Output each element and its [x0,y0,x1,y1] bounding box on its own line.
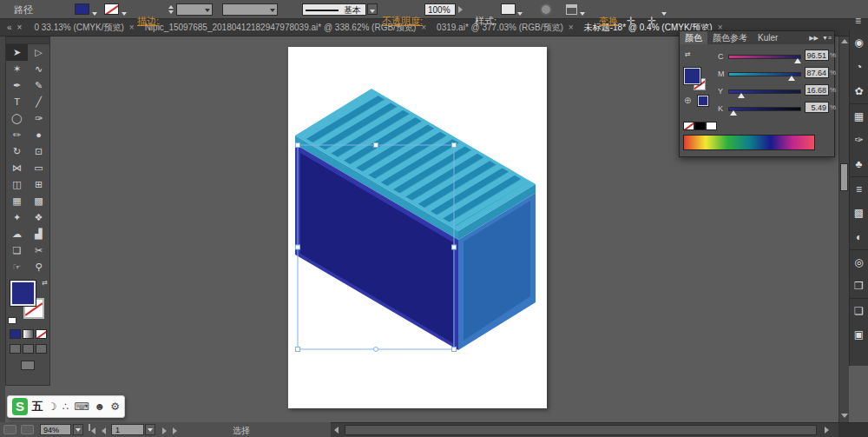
column-graph-tool[interactable]: ▟ [28,226,49,242]
brushes-panel-icon[interactable]: ✑ [850,128,868,152]
fill-swatch[interactable] [10,281,36,306]
moon-icon[interactable]: ☽ [48,401,57,413]
vertical-scroll-thumb[interactable] [840,163,848,191]
color-spectrum-bar[interactable] [683,135,815,150]
ime-mode-label[interactable]: 五 [32,399,43,414]
stroke-weight-dropdown[interactable] [176,3,213,16]
tab-color[interactable]: 颜色 [680,31,707,44]
tools-panel-header[interactable] [6,37,49,44]
sogou-logo-icon[interactable]: S [12,398,28,415]
artboard-page[interactable] [288,47,547,408]
pen-tool[interactable]: ✒ [6,77,28,94]
stroke-panel-icon[interactable]: ≡ [850,176,868,201]
gradient-mode-button[interactable] [23,329,34,339]
fill-dropdown-icon[interactable] [92,8,97,18]
slider-thumb[interactable] [794,58,801,63]
graphic-styles-panel-icon[interactable]: ❒ [850,274,868,298]
keyboard-icon[interactable]: ⌨ [74,401,89,413]
mesh-tool[interactable]: ▦ [6,193,28,209]
status-icon-edit[interactable] [21,425,34,434]
close-icon[interactable]: × [569,23,574,32]
style-dropdown-icon[interactable] [517,8,523,18]
scroll-down-icon[interactable] [841,414,848,418]
wrench-icon[interactable]: ⚙ [110,401,120,413]
magic-wand-tool[interactable]: ✶ [6,61,28,77]
recolor-artwork-icon[interactable] [540,3,552,16]
channel-value-field[interactable]: 96.51 [805,50,829,61]
horizontal-scrollbar[interactable] [331,422,868,437]
channel-value-field[interactable]: 16.68 [805,84,829,96]
scroll-right-icon[interactable] [825,427,829,434]
next-artboard-button[interactable] [160,424,170,435]
rotate-tool[interactable]: ↻ [6,143,28,160]
tab-kuler[interactable]: Kuler [753,31,783,44]
opacity-label[interactable]: 不透明度: [382,11,423,30]
symbol-sprayer-tool[interactable]: ☁ [6,226,28,242]
free-transform-tool[interactable]: ▭ [28,160,49,176]
eyedropper-tool[interactable]: ✦ [6,209,28,226]
blend-tool[interactable]: ❖ [28,209,49,226]
stroke-style-dropdown-icon[interactable] [367,3,378,15]
close-icon[interactable]: × [129,23,135,32]
vertical-scrollbar[interactable] [838,36,849,422]
artboard-number-field[interactable]: 1 [111,424,144,435]
control-bar-menu-icon[interactable]: ≡ [855,11,861,30]
swap-fill-stroke-icon[interactable]: ⇄ [42,279,48,287]
opacity-flyout-icon[interactable] [458,6,463,13]
artboard-tool[interactable]: ❏ [6,242,28,259]
zoom-level-field[interactable]: 94% [40,424,71,435]
slider-thumb[interactable] [788,76,795,81]
tab-color-guide[interactable]: 颜色参考 [707,31,753,44]
stroke-color-well[interactable] [104,3,119,15]
none-mode-button[interactable] [36,329,47,339]
color-guide-panel-icon[interactable]: ◔ [850,55,868,79]
ellipse-tool[interactable]: ◯ [6,110,28,127]
lasso-tool[interactable]: ∿ [28,61,49,77]
channel-slider[interactable] [728,72,801,76]
channel-slider[interactable] [728,89,801,94]
width-tool[interactable]: ⋈ [6,160,28,176]
draw-behind-button[interactable] [23,344,34,354]
direct-selection-tool[interactable]: ▷ [28,44,49,61]
stroke-style-dropdown[interactable]: 基本 [302,3,366,16]
document-tab[interactable]: 0319.ai* @ 377.03% (RGB/预览)× [431,22,579,34]
artboards-panel-icon[interactable]: ▣ [850,322,868,347]
draw-normal-button[interactable] [10,344,21,354]
last-artboard-button[interactable] [170,424,181,435]
distribute-icon[interactable]: ✛ [627,11,635,30]
perspective-grid-tool[interactable]: ⊞ [28,176,49,193]
selection-tool[interactable]: ➤ [6,44,28,61]
tab-bar-close-icon[interactable]: × [17,23,23,32]
scroll-left-icon[interactable] [334,427,339,434]
blob-brush-tool[interactable]: ● [28,127,49,143]
symbols-panel-icon[interactable]: ♣ [850,152,868,176]
channel-value-field[interactable]: 87.64 [805,67,829,78]
none-swatch[interactable] [683,122,694,130]
channel-slider[interactable] [728,107,801,111]
dots-icon[interactable]: ∴ [62,401,69,413]
gradient-panel-icon[interactable]: ▩ [850,201,868,225]
brush-definition-dropdown[interactable] [222,3,278,16]
pencil-tool[interactable]: ✏ [6,127,28,143]
first-artboard-button[interactable] [89,424,99,435]
document-tab[interactable]: 0 33.13% (CMYK/预览)× [29,22,139,34]
style-swatch[interactable] [501,3,516,15]
slider-thumb[interactable] [730,110,737,116]
transform-link[interactable]: 变换 [599,11,618,30]
swatches-panel-icon[interactable]: ▦ [850,103,868,128]
stroke-dropdown-icon[interactable] [122,8,127,18]
screen-mode-button[interactable] [21,361,35,370]
container-artwork[interactable] [288,47,547,408]
panel-expand-icon[interactable]: ▶▶ [809,35,819,42]
kuler-panel-icon[interactable]: ✿ [850,79,868,103]
artboard-dropdown-icon[interactable] [145,424,155,435]
anchor-point-tool[interactable]: ✎ [28,77,49,94]
zoom-dropdown-icon[interactable] [73,424,83,435]
align-dropdown-icon[interactable] [580,8,585,18]
draw-inside-button[interactable] [36,344,47,354]
white-swatch[interactable] [706,122,717,130]
stroke-label[interactable]: 描边: [137,11,159,30]
hand-tool[interactable]: ☞ [6,259,28,275]
shape-mode-icon[interactable]: ✛ [648,11,656,30]
stroke-weight-stepper[interactable] [167,3,174,16]
